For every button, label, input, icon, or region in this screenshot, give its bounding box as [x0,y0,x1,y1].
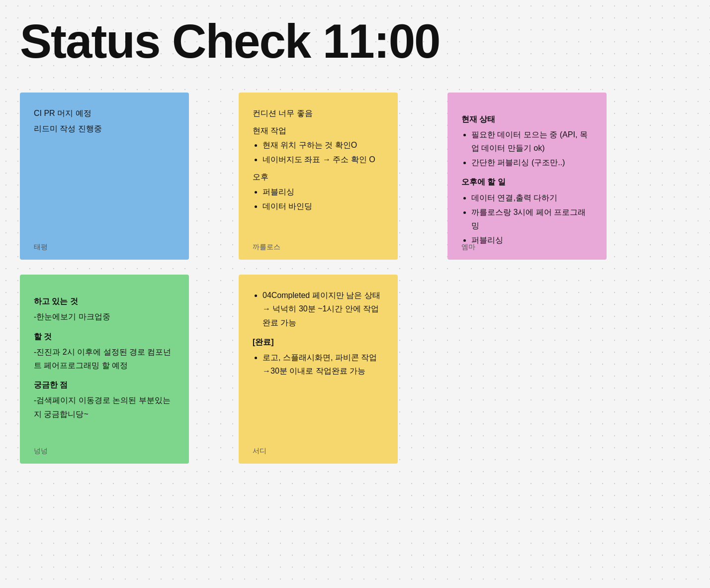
card-taepyeong: CI PR 머지 예정 리드미 작성 진행중 태평 [20,93,189,260]
emma-status-list: 필요한 데이터 모으는 중 (API, 목업 데이터 만들기 ok) 간단한 퍼… [461,128,593,170]
seodi-done-list: 로고, 스플래시화면, 파비콘 작업 →30분 이내로 작업완료 가능 [253,351,384,378]
card-content-taepyeong: CI PR 머지 예정 리드미 작성 진행중 [34,106,175,135]
nyeong-doing-text: -한눈에보기 마크업중 [34,310,175,323]
card-content-emma: 현재 상태 필요한 데이터 모으는 중 (API, 목업 데이터 만들기 ok)… [461,112,593,247]
carlos-current-work-label: 현재 작업 [253,124,384,137]
seodi-item1: 04Completed 페이지만 남은 상태 → 넉넉히 30분 ~1시간 안에… [263,289,384,329]
nyeong-doing-label: 하고 있는 것 [34,294,175,308]
emma-item4: 까를로스랑 3시에 페어 프로그래밍 [471,205,593,232]
author-taepyeong: 태평 [34,243,48,252]
card-emma: 현재 상태 필요한 데이터 모으는 중 (API, 목업 데이터 만들기 ok)… [447,93,607,260]
emma-item2: 간단한 퍼블리싱 (구조만..) [471,156,593,169]
author-carlos: 까를로스 [253,243,280,252]
carlos-condition: 컨디션 너무 좋음 [253,106,384,120]
taepyeong-line2: 리드미 작성 진행중 [34,122,175,135]
seodi-inprogress-list: 04Completed 페이지만 남은 상태 → 넉넉히 30분 ~1시간 안에… [253,289,384,329]
carlos-afternoon-list: 퍼블리싱 데이터 바인딩 [253,185,384,213]
carlos-item3: 퍼블리싱 [263,185,384,198]
cards-grid: CI PR 머지 예정 리드미 작성 진행중 태평 컨디션 너무 좋음 현재 작… [0,73,710,484]
emma-item1: 필요한 데이터 모으는 중 (API, 목업 데이터 만들기 ok) [471,128,593,155]
emma-status-label: 현재 상태 [461,112,593,126]
carlos-afternoon-label: 오후 [253,170,384,184]
nyeong-todo-text: -진진과 2시 이후에 설정된 경로 컴포넌트 페어프로그래밍 할 예정 [34,345,175,372]
card-seodi: 04Completed 페이지만 남은 상태 → 넉넉히 30분 ~1시간 안에… [239,275,398,464]
nyeong-todo-label: 할 것 [34,330,175,343]
seodi-done-label: [완료] [253,335,384,349]
taepyeong-line1: CI PR 머지 예정 [34,106,175,120]
nyeong-question-label: 궁금한 점 [34,378,175,392]
author-emma: 엠마 [461,243,475,252]
nyeong-question-text: -검색페이지 이동경로 논의된 부분있는지 궁금합니당~ [34,393,175,420]
card-content-nyeongnyeong: 하고 있는 것 -한눈에보기 마크업중 할 것 -진진과 2시 이후에 설정된 … [34,294,175,421]
carlos-item4: 데이터 바인딩 [263,199,384,213]
card-content-seodi: 04Completed 페이지만 남은 상태 → 넉넉히 30분 ~1시간 안에… [253,289,384,378]
author-nyeong: 넝넝 [34,447,48,456]
page-title: Status Check 11:00 [0,0,710,73]
author-seodi: 서디 [253,447,266,456]
emma-todo-label: 오후에 할 일 [461,175,593,189]
emma-todo-list: 데이터 연결,출력 다하기 까를로스랑 3시에 페어 프로그래밍 퍼블리싱 [461,191,593,247]
card-content-carlos: 컨디션 너무 좋음 현재 작업 현재 위치 구하는 것 확인O 네이버지도 좌표… [253,106,384,213]
card-carlos: 컨디션 너무 좋음 현재 작업 현재 위치 구하는 것 확인O 네이버지도 좌표… [239,93,398,260]
emma-item3: 데이터 연결,출력 다하기 [471,191,593,204]
emma-item5: 퍼블리싱 [471,233,593,247]
card-nyeongnyeong: 하고 있는 것 -한눈에보기 마크업중 할 것 -진진과 2시 이후에 설정된 … [20,275,189,464]
carlos-item2: 네이버지도 좌표 → 주소 확인 O [263,153,384,166]
carlos-item1: 현재 위치 구하는 것 확인O [263,138,384,152]
seodi-item2: 로고, 스플래시화면, 파비콘 작업 →30분 이내로 작업완료 가능 [263,351,384,378]
carlos-current-work-list: 현재 위치 구하는 것 확인O 네이버지도 좌표 → 주소 확인 O [253,138,384,166]
